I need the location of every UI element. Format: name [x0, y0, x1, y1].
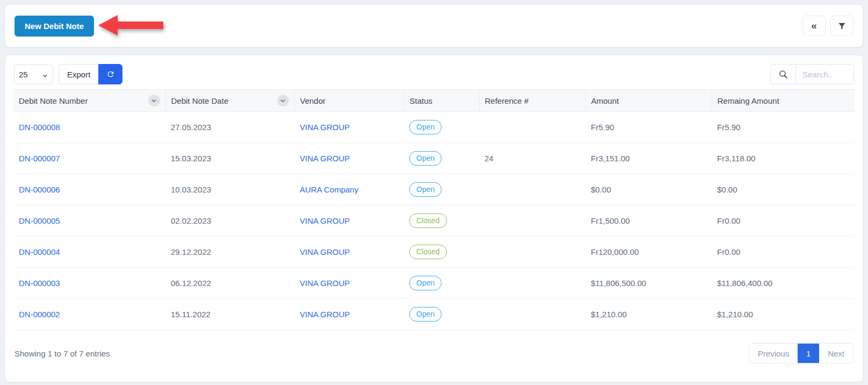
vendor-link[interactable]: VINA GROUP	[300, 247, 350, 256]
magnifier-icon	[778, 69, 789, 80]
status-badge: Closed	[409, 213, 447, 228]
column-header-remaining-amount: Remaing Amount	[712, 90, 855, 112]
debit-note-number-link[interactable]: DN-000002	[19, 310, 60, 319]
remaining-amount-cell: Fr0.00	[712, 237, 855, 268]
amount-cell: $11,806,500.00	[585, 268, 712, 299]
search-input[interactable]	[796, 65, 853, 84]
reference-cell	[479, 268, 585, 299]
amount-cell: $1,210.00	[585, 299, 712, 330]
search-box	[770, 64, 854, 84]
remaining-amount-cell: $1,210.00	[712, 299, 855, 330]
table-row: DN-000006 10.03.2023 AURA Company Open $…	[13, 174, 855, 205]
debit-note-number-link[interactable]: DN-000008	[19, 123, 60, 132]
page-size-select[interactable]: 25	[14, 65, 53, 84]
sync-icon	[106, 70, 115, 79]
debit-note-date-cell: 10.03.2023	[165, 174, 294, 205]
collapse-button[interactable]: «	[802, 16, 826, 36]
status-badge: Open	[409, 276, 442, 290]
column-header-debit-note-number: Debit Note Number	[13, 90, 165, 112]
export-button[interactable]: Export	[59, 64, 98, 84]
page-1-button[interactable]: 1	[798, 344, 819, 363]
debit-notes-table: Debit Note Number Debit Note Date Vend	[13, 89, 855, 330]
remaining-amount-cell: Fr0.00	[712, 205, 855, 237]
next-page-button[interactable]: Next	[819, 344, 853, 363]
debit-note-date-cell: 15.11.2022	[165, 299, 294, 330]
table-row: DN-000003 06.12.2022 VINA GROUP Open $11…	[13, 268, 855, 299]
table-row: DN-000005 02.02.2023 VINA GROUP Closed F…	[13, 205, 855, 237]
reference-cell: 24	[479, 143, 585, 174]
status-badge: Open	[409, 307, 442, 322]
table-row: DN-000008 27.05.2023 VINA GROUP Open Fr5…	[13, 112, 855, 143]
double-chevron-left-icon: «	[811, 20, 817, 32]
table-row: DN-000007 15.03.2023 VINA GROUP Open 24 …	[13, 143, 855, 174]
vendor-link[interactable]: VINA GROUP	[300, 310, 350, 319]
table-toolbar: 25 Export	[13, 64, 855, 84]
table-row: DN-000002 15.11.2022 VINA GROUP Open $1,…	[13, 299, 855, 330]
filter-button[interactable]	[830, 16, 853, 36]
table-footer: Showing 1 to 7 of 7 entries Previous 1 N…	[13, 343, 855, 363]
status-badge: Open	[409, 182, 442, 197]
chevron-down-icon	[279, 97, 286, 104]
reference-cell	[479, 205, 585, 237]
vendor-link[interactable]: VINA GROUP	[300, 154, 350, 163]
debit-note-date-cell: 06.12.2022	[165, 268, 294, 299]
remaining-amount-cell: Fr5.90	[712, 112, 855, 143]
previous-page-button[interactable]: Previous	[749, 344, 798, 363]
search-button[interactable]	[771, 65, 796, 84]
remaining-amount-cell: $11,806,400.00	[712, 268, 855, 299]
vendor-link[interactable]: VINA GROUP	[300, 216, 350, 225]
new-debit-note-button[interactable]: New Debit Note	[15, 16, 94, 37]
funnel-icon	[837, 22, 847, 31]
debit-note-number-link[interactable]: DN-000005	[19, 216, 60, 225]
vendor-link[interactable]: AURA Company	[300, 185, 358, 194]
reference-cell	[479, 299, 585, 330]
status-badge: Open	[409, 120, 442, 134]
pagination: Previous 1 Next	[749, 343, 853, 363]
debit-note-date-cell: 29.12.2022	[165, 237, 294, 268]
status-badge: Open	[409, 151, 442, 166]
debit-note-number-link[interactable]: DN-000006	[19, 185, 60, 194]
debit-note-date-cell: 15.03.2023	[165, 143, 294, 174]
debit-note-number-link[interactable]: DN-000004	[19, 247, 60, 256]
refresh-button[interactable]	[98, 64, 122, 84]
amount-cell: Fr120,000.00	[585, 237, 712, 268]
amount-cell: Fr3,151.00	[585, 143, 712, 174]
debit-note-number-link[interactable]: DN-000003	[19, 279, 60, 288]
vendor-link[interactable]: VINA GROUP	[300, 123, 350, 132]
column-menu-button[interactable]	[148, 95, 160, 106]
remaining-amount-cell: Fr3,118.00	[712, 143, 855, 174]
vendor-link[interactable]: VINA GROUP	[300, 279, 350, 288]
column-header-amount: Amount	[585, 90, 712, 112]
reference-cell	[479, 112, 585, 143]
remaining-amount-cell: $0.00	[712, 174, 855, 205]
status-badge: Closed	[409, 245, 447, 259]
debit-note-date-cell: 02.02.2023	[165, 205, 294, 237]
debit-notes-card: 25 Export	[5, 55, 863, 382]
column-header-debit-note-date: Debit Note Date	[165, 90, 294, 112]
table-header-row: Debit Note Number Debit Note Date Vend	[13, 90, 855, 112]
red-arrow-annotation-icon	[97, 13, 164, 38]
table-row: DN-000004 29.12.2022 VINA GROUP Closed F…	[13, 237, 855, 268]
debit-note-number-link[interactable]: DN-000007	[19, 154, 60, 163]
column-header-status: Status	[404, 90, 479, 112]
column-label: Debit Note Date	[171, 96, 229, 105]
amount-cell: Fr5.90	[585, 112, 712, 143]
amount-cell: $0.00	[585, 174, 712, 205]
column-header-reference: Reference #	[479, 90, 585, 112]
table-body: DN-000008 27.05.2023 VINA GROUP Open Fr5…	[13, 112, 855, 330]
reference-cell	[479, 174, 585, 205]
chevron-down-icon	[150, 97, 157, 104]
amount-cell: Fr1,500.00	[585, 205, 712, 237]
column-menu-button[interactable]	[277, 95, 289, 106]
reference-cell	[479, 237, 585, 268]
column-header-vendor: Vendor	[294, 90, 404, 112]
entries-summary: Showing 1 to 7 of 7 entries	[15, 349, 110, 358]
action-bar: New Debit Note «	[5, 4, 863, 47]
debit-note-date-cell: 27.05.2023	[165, 112, 294, 143]
column-label: Debit Note Number	[19, 96, 88, 105]
